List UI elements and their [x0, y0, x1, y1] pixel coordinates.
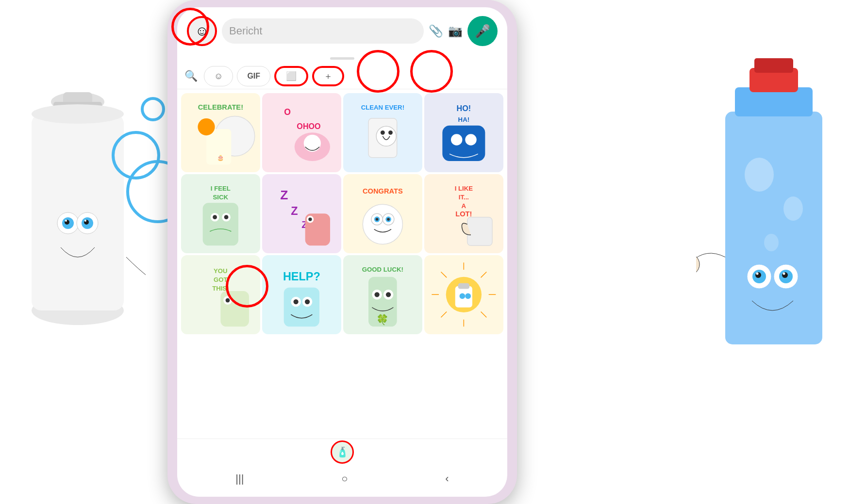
drag-handle[interactable]	[330, 57, 354, 60]
svg-text:GOT: GOT	[214, 276, 228, 283]
svg-text:GOOD LUCK!: GOOD LUCK!	[362, 266, 403, 274]
svg-text:IT...: IT...	[459, 194, 469, 201]
svg-point-70	[387, 218, 390, 221]
sticker-good-luck[interactable]: GOOD LUCK! 🍀	[343, 255, 422, 334]
svg-line-102	[481, 272, 487, 278]
svg-point-34	[198, 118, 215, 135]
bottle-right-cartoon	[696, 39, 856, 437]
svg-point-5	[32, 104, 124, 124]
svg-point-49	[465, 134, 476, 145]
svg-text:HO!: HO!	[457, 104, 471, 113]
phone-frame: ☺ Bericht 📎 📷 🎤 🔍 ☺ GIF	[167, 0, 517, 504]
message-input-area[interactable]: Bericht	[222, 18, 424, 44]
svg-rect-75	[467, 217, 492, 246]
svg-point-28	[756, 273, 759, 275]
svg-point-44	[388, 130, 393, 135]
svg-point-12	[65, 220, 67, 222]
svg-point-39	[304, 135, 321, 152]
svg-point-43	[381, 130, 385, 135]
svg-point-93	[386, 292, 391, 297]
svg-point-48	[451, 134, 462, 145]
svg-point-21	[764, 234, 779, 251]
svg-point-29	[783, 273, 785, 275]
tab-gif[interactable]: GIF	[237, 66, 270, 86]
sticker-panel: 🔍 ☺ GIF ⬜ ＋ CELEBRATE!	[177, 53, 507, 468]
search-icon[interactable]: 🔍	[184, 70, 198, 82]
sticker-celebrate[interactable]: CELEBRATE! 🎂	[181, 93, 260, 172]
svg-point-56	[224, 215, 229, 219]
svg-text:O: O	[284, 107, 291, 117]
svg-text:🍀: 🍀	[377, 313, 389, 326]
sticker-pack-icon[interactable]: 🧴	[331, 440, 354, 464]
svg-point-13	[84, 220, 86, 222]
svg-rect-4	[32, 114, 124, 310]
svg-point-91	[375, 292, 380, 297]
tab-add-icon: ＋	[324, 70, 333, 82]
svg-text:HA!: HA!	[458, 116, 469, 123]
sticker-help[interactable]: HELP?	[262, 255, 341, 334]
tab-gif-label: GIF	[247, 72, 260, 81]
sticker-pack-bar: 🧴	[177, 439, 507, 465]
nav-menu-button[interactable]: |||	[235, 472, 244, 485]
sticker-zzz[interactable]: Z Z Z	[262, 174, 341, 253]
svg-point-87	[305, 299, 310, 304]
tab-bar: 🔍 ☺ GIF ⬜ ＋	[177, 64, 507, 89]
svg-text:I FEEL: I FEEL	[211, 185, 231, 193]
camera-icon[interactable]: 📷	[448, 24, 463, 38]
sticker-laugh[interactable]: HO! HA!	[424, 93, 503, 172]
svg-text:OHOO: OHOO	[297, 122, 321, 130]
attach-icon[interactable]: 📎	[429, 24, 443, 38]
svg-rect-52	[203, 203, 238, 245]
phone-nav: ||| ○ ‹	[187, 468, 498, 489]
svg-text:SICK: SICK	[213, 194, 229, 201]
svg-rect-18	[754, 58, 793, 73]
svg-rect-83	[284, 288, 319, 327]
sticker-i-like-it[interactable]: I LIKE IT... A LOT!	[424, 174, 503, 253]
svg-point-85	[294, 299, 299, 304]
svg-point-62	[308, 218, 312, 221]
tab-add[interactable]: ＋	[312, 66, 344, 86]
nav-home-button[interactable]: ○	[341, 472, 348, 485]
svg-point-106	[460, 293, 466, 299]
emoji-icon: ☺	[195, 23, 209, 39]
svg-rect-105	[458, 283, 469, 289]
sticker-lightbulb[interactable]	[424, 255, 503, 334]
svg-rect-15	[725, 112, 822, 344]
bubble-1	[141, 97, 165, 121]
svg-point-81	[226, 298, 230, 303]
svg-rect-47	[442, 126, 485, 161]
mic-button[interactable]: 🎤	[467, 16, 498, 46]
sticker-you-got-this[interactable]: YOU GOT THIS!	[181, 255, 260, 334]
svg-text:I LIKE: I LIKE	[455, 185, 473, 193]
svg-rect-79	[221, 291, 250, 326]
sticker-feel-sick[interactable]: I FEEL SICK	[181, 174, 260, 253]
svg-line-100	[441, 272, 447, 278]
svg-text:CONGRATS: CONGRATS	[363, 187, 403, 195]
svg-text:A: A	[462, 202, 466, 210]
svg-point-107	[465, 293, 471, 299]
tab-sticker-icon: ⬜	[286, 71, 297, 81]
emoji-button[interactable]: ☺	[187, 16, 217, 46]
nav-back-button[interactable]: ‹	[445, 472, 449, 485]
sticker-ohoo[interactable]: O OHOO	[262, 93, 341, 172]
svg-text:Z: Z	[280, 188, 288, 202]
mic-icon: 🎤	[475, 24, 490, 39]
svg-text:YOU: YOU	[214, 267, 228, 275]
svg-text:LOT!: LOT!	[455, 210, 472, 218]
tab-sticker[interactable]: ⬜	[274, 66, 308, 86]
svg-text:THIS!: THIS!	[212, 285, 229, 292]
svg-text:HELP?: HELP?	[283, 270, 320, 283]
svg-point-55	[213, 215, 217, 219]
message-placeholder: Bericht	[229, 25, 416, 37]
svg-point-20	[783, 196, 803, 221]
sticker-clean-ever[interactable]: CLEAN EVER!	[343, 93, 422, 172]
sticker-grid: CELEBRATE! 🎂 O OHOO	[177, 89, 507, 338]
tab-emoji[interactable]: ☺	[204, 66, 233, 86]
svg-point-19	[745, 158, 774, 192]
message-bar: ☺ Bericht 📎 📷 🎤	[187, 16, 498, 46]
svg-text:🎂: 🎂	[217, 154, 224, 161]
svg-point-42	[376, 126, 396, 146]
phone-screen: ☺ Bericht 📎 📷 🎤 🔍 ☺ GIF	[177, 7, 507, 497]
sticker-congrats[interactable]: CONGRATS	[343, 174, 422, 253]
svg-point-67	[376, 218, 379, 221]
